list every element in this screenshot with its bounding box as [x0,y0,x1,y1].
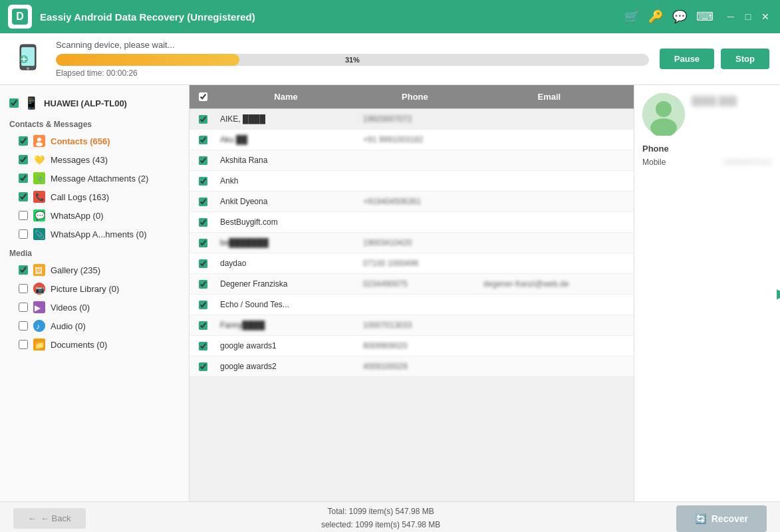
documents-icon: 📁 [33,338,45,350]
svg-point-2 [27,67,29,70]
device-icon [11,42,45,76]
table-row[interactable]: daydao 07100 1000496 [190,253,634,274]
selected-stats: selected: 1099 item(s) 547.98 MB [321,519,440,531]
whatsapp-attach-label: WhatsApp A...hments (0) [51,229,147,239]
phone-icon: 📱 [24,96,39,110]
videos-icon: ▶ [33,301,45,313]
contacts-checkbox[interactable] [19,136,28,146]
table-row[interactable]: Degener Franziska 0234490075 degener-fra… [190,274,634,295]
call-logs-checkbox[interactable] [19,192,28,201]
message-attach-checkbox[interactable] [19,174,28,183]
row-check-1[interactable] [190,110,216,129]
sidebar-item-message-attachments[interactable]: 📎 Message Attachments (2) [0,169,189,188]
progress-info: Scanning device, please wait... 31% Elap… [56,40,649,78]
contact-email [479,361,634,372]
documents-label: Documents (0) [51,340,107,350]
select-all-checkbox[interactable] [199,92,207,101]
key-icon[interactable]: 🔑 [648,9,663,24]
table-row[interactable]: Akshita Rana [190,150,634,171]
progress-bar-wrap: 31% [56,54,649,66]
whatsapp-attach-checkbox[interactable] [19,229,28,239]
contact-name: Fanny████ [216,315,359,335]
sidebar-item-call-logs[interactable]: 📞 Call Logs (163) [0,188,189,206]
table-row[interactable]: AIKE, ████ 19920007072 [190,109,634,130]
cart-icon[interactable]: 🛒 [624,9,639,24]
picture-library-label: Picture Library (0) [51,284,119,294]
contact-name: Ankh [216,171,359,191]
stop-button[interactable]: Stop [721,49,769,69]
recover-button[interactable]: 🔄 Recover [676,505,767,532]
sidebar-item-documents[interactable]: 📁 Documents (0) [0,335,189,354]
back-label: ← Back [41,513,71,523]
device-checkbox[interactable] [9,98,19,108]
maximize-button[interactable]: □ [741,10,755,23]
sidebar-item-audio[interactable]: ♪ Audio (0) [0,317,189,335]
expand-preview-arrow[interactable]: ▶ [777,285,780,301]
minimize-button[interactable]: ─ [724,10,737,23]
gallery-icon: 🖼 [33,264,45,276]
contact-email [479,134,634,145]
svg-text:📎: 📎 [35,229,45,239]
picture-library-icon: 📷 [33,283,45,295]
contact-email [479,176,634,186]
table-row[interactable]: Echo / Sound Tes... [190,295,634,315]
window-controls: ─ □ ✕ [724,10,772,23]
contact-phone: 4009100029 [359,356,479,376]
audio-icon: ♪ [33,320,45,332]
sidebar-item-whatsapp-attachments[interactable]: 📎 WhatsApp A...hments (0) [0,225,189,243]
table-row[interactable]: google awards2 4009100029 [190,356,634,377]
picture-library-checkbox[interactable] [19,284,28,293]
videos-checkbox[interactable] [19,303,28,312]
whatsapp-icon: 💬 [33,209,45,221]
contact-name: Echo / Sound Tes... [216,295,359,315]
preview-name: ████ ███ [692,93,737,106]
sidebar-item-whatsapp[interactable]: 💬 WhatsApp (0) [0,206,189,225]
close-button[interactable]: ✕ [759,10,772,23]
table-row[interactable]: BestBuygift.com [190,212,634,233]
messages-label: Messages (43) [51,155,108,165]
audio-checkbox[interactable] [19,321,28,331]
documents-checkbox[interactable] [19,340,28,349]
table-row[interactable]: Fanny████ 10007013033 [190,315,634,336]
whatsapp-attach-icon: 📎 [33,228,45,240]
section-contacts-messages: Contacts & Messages [0,114,189,132]
table-row[interactable]: Ankit Dyeona +919404506361 [190,192,634,212]
contact-name: BestBuygift.com [216,212,359,232]
call-logs-label: Call Logs (163) [51,192,109,202]
table-row[interactable]: google awards1 8009909020 [190,336,634,356]
contact-email [479,299,634,310]
sidebar-item-picture-library[interactable]: 📷 Picture Library (0) [0,279,189,298]
app-logo: D [8,5,32,29]
progress-buttons: Pause Stop [660,49,769,69]
bottom-stats: Total: 1099 item(s) 547.98 MB selected: … [321,505,440,531]
contact-phone: 10007013033 [359,315,479,335]
table-row[interactable]: Ankh [190,171,634,192]
whatsapp-checkbox[interactable] [19,211,28,220]
svg-text:📁: 📁 [35,340,45,350]
logo-letter: D [12,9,28,25]
contacts-icon [33,135,45,147]
contact-name: be███████ [216,233,359,253]
pause-button[interactable]: Pause [660,49,714,69]
messages-checkbox[interactable] [19,155,28,164]
section-media: Media [0,243,189,261]
table-row[interactable]: Aku ██ +91 9991003182 [190,130,634,150]
svg-text:📷: 📷 [35,285,45,294]
avatar [642,93,685,136]
videos-label: Videos (0) [51,303,90,313]
progress-bar-fill [56,54,239,66]
preview-mobile-value: 1900000T012 [723,158,772,167]
contact-phone [359,217,479,227]
device-row: 📱 HUAWEI (ALP-TL00) [0,92,189,114]
sidebar-item-contacts[interactable]: Contacts (656) [0,132,189,150]
gallery-checkbox[interactable] [19,265,28,275]
feedback-icon[interactable]: 💬 [672,9,687,24]
table-row[interactable]: be███████ 19003410420 [190,233,634,253]
keyboard-icon[interactable]: ⌨ [696,9,714,24]
contact-email [479,340,634,351]
table-header: Name Phone Email [190,85,634,109]
sidebar-item-gallery[interactable]: 🖼 Gallery (235) [0,261,189,279]
scroll-spacer [624,85,634,108]
sidebar-item-videos[interactable]: ▶ Videos (0) [0,298,189,317]
sidebar-item-messages[interactable]: 💛 Messages (43) [0,150,189,169]
